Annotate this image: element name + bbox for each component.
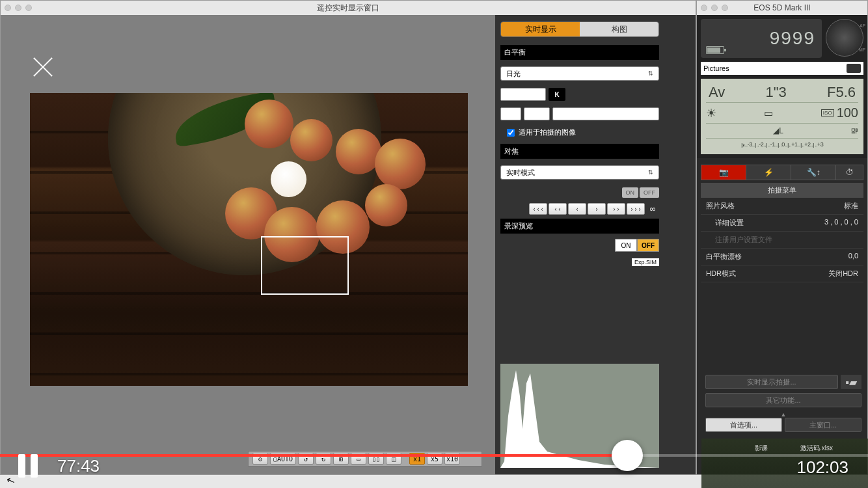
rotate-ccw-icon[interactable]: ↺ (298, 453, 314, 465)
other-functions-button[interactable]: 其它功能... (705, 393, 861, 407)
zoom-x10[interactable]: x10 (444, 453, 460, 465)
overlay-icon[interactable]: ◫ (386, 453, 401, 465)
desktop-file-2[interactable]: 激活码.xlsx (800, 444, 833, 453)
collapse-chevron-icon[interactable]: ▲ (705, 411, 861, 418)
wb-header: 白平衡 (500, 45, 659, 60)
tab-live-view[interactable]: 实时显示 (501, 22, 580, 36)
grid-icon[interactable]: ⊞ (333, 453, 349, 465)
rotate-cw-icon[interactable]: ↻ (316, 453, 331, 465)
pause-button[interactable] (18, 454, 38, 478)
live-preview-image[interactable] (30, 93, 468, 386)
mf-label: MF (859, 47, 865, 52)
menu-row-register-user: 注册用户设置文件 (701, 232, 863, 249)
focus-far-3[interactable]: ››› (627, 203, 645, 215)
exp-sim-badge: Exp.SIM (632, 258, 659, 266)
camera-lcd: Av 1"3 F5.6 ☀ ▭ ISO100 ◢L 🖳 ꞁ₃..-3..ꞁ..-… (701, 79, 863, 154)
tab-shoot[interactable]: 📷 (701, 165, 746, 180)
wb-kelvin-input[interactable] (500, 88, 546, 101)
traffic-light-min[interactable] (15, 5, 21, 11)
main-titlebar: 遥控实时显示窗口 (1, 1, 696, 15)
chevron-updown-icon: ⇅ (648, 169, 653, 176)
focus-far-2[interactable]: ›› (607, 203, 625, 215)
focus-on-button[interactable]: ON (622, 187, 639, 198)
tool-btn-0[interactable]: ⊖ (252, 453, 268, 465)
main-dial[interactable]: AF MF (826, 19, 863, 57)
dof-header: 景深预览 (500, 219, 659, 234)
traffic-light-max[interactable] (722, 5, 728, 11)
focus-infinity-icon: ∞ (646, 203, 659, 215)
tab-timer[interactable]: ⏱ (836, 165, 863, 180)
focus-near-1[interactable]: ‹ (568, 203, 586, 215)
histogram (500, 364, 659, 468)
apply-to-captured-row[interactable]: 适用于拍摄的图像 (500, 125, 659, 140)
folder-name: Pictures (703, 64, 729, 72)
focus-off-button[interactable]: OFF (640, 187, 659, 198)
split-icon[interactable]: ▯▯ (368, 453, 384, 465)
focus-mode-value: 实时模式 (506, 168, 535, 178)
side-titlebar: EOS 5D Mark III (697, 1, 867, 15)
pc-icon[interactable]: 🖳 (850, 126, 858, 135)
dof-on-button[interactable]: ON (615, 239, 637, 252)
aspect-icon[interactable]: ▭ (351, 453, 366, 465)
traffic-light-min[interactable] (711, 5, 718, 11)
shutter-display[interactable]: 1"3 (763, 83, 789, 102)
folder-icon (847, 64, 861, 73)
side-window-title: EOS 5D Mark III (753, 3, 810, 12)
traffic-light-max[interactable] (25, 5, 32, 11)
wb-preset-select[interactable]: 日光 ⇅ (500, 66, 659, 81)
zoom-x5[interactable]: x5 (427, 453, 442, 465)
battery-icon (706, 46, 724, 54)
iso-value[interactable]: 100 (837, 105, 858, 120)
desktop-background (701, 439, 868, 488)
focus-rectangle[interactable] (261, 236, 349, 295)
eyedropper-icon[interactable]: ✎ (500, 107, 521, 120)
menu-row-detail[interactable]: 详细设置3 , 0 , 0 , 0 (701, 215, 863, 232)
focus-far-1[interactable]: › (588, 203, 606, 215)
record-icon[interactable]: ▪▰ (841, 375, 861, 389)
shots-remaining-value: 9999 (770, 28, 815, 49)
dof-off-button[interactable]: OFF (637, 239, 659, 252)
apply-to-captured-label: 适用于拍摄的图像 (519, 128, 576, 137)
desktop-file-1[interactable]: 影课 (755, 444, 768, 453)
save-folder-row[interactable]: Pictures (701, 62, 863, 75)
drive-icon[interactable]: ▭ (764, 107, 773, 119)
close-icon[interactable] (30, 54, 56, 80)
main-window-title: 遥控实时显示窗口 (317, 3, 379, 14)
mode-display[interactable]: Av (706, 83, 727, 102)
controls-panel: 实时显示 构图 白平衡 日光 ⇅ K ✎ ▾ (495, 15, 664, 474)
tab-flash[interactable]: ⚡ (746, 165, 791, 180)
wb-value-input[interactable] (552, 107, 659, 120)
video-current-time: 77:43 (57, 456, 100, 476)
focus-header: 对焦 (500, 144, 659, 159)
preferences-button[interactable]: 首选项... (705, 418, 782, 432)
apply-to-captured-checkbox[interactable] (507, 129, 515, 137)
shoot-menu-header: 拍摄菜单 (701, 183, 863, 198)
traffic-light-close[interactable] (5, 5, 11, 11)
kelvin-label: K (549, 88, 565, 101)
shots-remaining-display: 9999 (701, 19, 822, 58)
main-window-button[interactable]: 主窗口... (785, 418, 861, 432)
exposure-scale: ꞁ₃..-3..ꞁ..-2..ꞁ..-1..ꞁ..0..ꞁ..+1..ꞁ..+2… (706, 139, 858, 150)
chevron-updown-icon: ⇅ (648, 70, 653, 77)
live-preview-area: ⊖ ▢AUTO ↺ ↻ ⊞ ▭ ▯▯ ◫ x1 x5 x10 (1, 15, 495, 474)
quality-display[interactable]: ◢L (773, 126, 783, 135)
focus-mode-select[interactable]: 实时模式 ⇅ (500, 165, 659, 180)
af-label: AF (860, 23, 865, 28)
tab-compose[interactable]: 构图 (580, 22, 658, 36)
focus-near-2[interactable]: ‹‹ (549, 203, 567, 215)
menu-row-hdr[interactable]: HDR模式关闭HDR (701, 265, 863, 282)
tab-tools[interactable]: 🔧↕ (791, 165, 836, 180)
iso-label: ISO (821, 109, 834, 116)
wb-sample-select[interactable]: ▾ (524, 107, 550, 120)
traffic-light-close[interactable] (701, 5, 707, 11)
menu-row-wb-shift[interactable]: 白平衡漂移0,0 (701, 249, 863, 265)
wb-icon[interactable]: ☀ (706, 106, 716, 120)
tool-btn-auto[interactable]: ▢AUTO (270, 453, 296, 465)
menu-row-picture-style[interactable]: 照片风格标准 (701, 198, 863, 215)
aperture-display[interactable]: F5.6 (824, 83, 858, 102)
preview-toolbar: ⊖ ▢AUTO ↺ ↻ ⊞ ▭ ▯▯ ◫ x1 x5 x10 (248, 451, 482, 467)
zoom-x1[interactable]: x1 (409, 453, 425, 465)
wb-preset-value: 日光 (506, 69, 521, 79)
live-shoot-button[interactable]: 实时显示拍摄... (705, 375, 838, 389)
focus-near-3[interactable]: ‹‹‹ (529, 203, 547, 215)
